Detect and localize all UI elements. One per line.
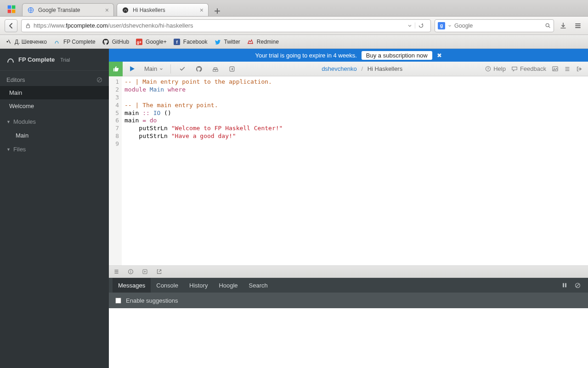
globe-icon xyxy=(27,6,34,14)
fp-icon xyxy=(53,38,61,46)
browser-toolbar: https://www.fpcomplete.com/user/dshevche… xyxy=(0,17,588,35)
breadcrumb: dshevchenko / Hi Haskellers xyxy=(242,65,482,72)
sidebar-section-label: Editors xyxy=(6,76,25,83)
svg-rect-27 xyxy=(565,283,566,288)
block-icon[interactable] xyxy=(571,282,584,288)
tab-console[interactable]: Console xyxy=(151,278,184,293)
svg-point-16 xyxy=(215,70,216,71)
dropdown-chevron-icon[interactable] xyxy=(448,24,452,28)
app-root: FP Complete Trial Editors Main Welcome xyxy=(0,49,588,368)
status-bar xyxy=(109,266,588,278)
bookmark-item[interactable]: FP Complete xyxy=(53,38,96,46)
bookmark-item[interactable]: Twitter xyxy=(214,38,240,46)
sidebar-brand: FP Complete Trial xyxy=(0,49,109,71)
block-icon[interactable] xyxy=(96,77,102,83)
bookmark-label: Twitter xyxy=(224,39,240,45)
caret-down-icon: ▼ xyxy=(6,120,11,124)
bookmark-label: Google+ xyxy=(146,39,167,45)
bookmark-label: Д. Шевченко xyxy=(15,39,47,45)
bookmark-label: Redmine xyxy=(257,39,279,45)
thumbs-up-button[interactable] xyxy=(109,62,123,76)
search-icon[interactable] xyxy=(545,23,551,29)
bookmark-item[interactable]: Redmine xyxy=(247,38,279,46)
bookmark-item[interactable]: GitHub xyxy=(102,38,129,46)
svg-rect-6 xyxy=(27,25,30,28)
enable-suggestions-checkbox[interactable] xyxy=(115,298,121,304)
breadcrumb-project: Hi Haskellers xyxy=(368,65,403,72)
menu-icon[interactable] xyxy=(113,269,119,275)
twitter-icon xyxy=(214,38,221,46)
help-label: Help xyxy=(493,65,506,72)
messages-panel-body xyxy=(109,308,588,368)
pause-icon[interactable] xyxy=(558,282,571,288)
menu-icon[interactable] xyxy=(564,66,571,72)
redmine-icon xyxy=(247,38,254,46)
googleplus-icon: g+ xyxy=(136,38,143,46)
close-icon[interactable]: × xyxy=(200,7,204,13)
tab-label: Console xyxy=(156,282,178,289)
downloads-icon[interactable] xyxy=(558,20,569,31)
code-editor[interactable]: 123456789 -- | Main entry point to the a… xyxy=(109,76,588,266)
tab-label: Hoogle xyxy=(219,282,237,289)
breadcrumb-user[interactable]: dshevchenko xyxy=(322,65,357,72)
line-number-gutter: 123456789 xyxy=(109,76,122,265)
bookmarks-bar: Д. Шевченко FP Complete GitHub g+ Google… xyxy=(0,35,588,49)
svg-point-7 xyxy=(546,23,549,27)
tab-messages[interactable]: Messages xyxy=(113,278,151,293)
close-icon[interactable]: × xyxy=(105,7,109,13)
run-target-dropdown[interactable]: Main xyxy=(141,65,166,72)
tab-search[interactable]: Search xyxy=(243,278,273,293)
play-square-icon[interactable] xyxy=(142,269,148,275)
svg-text:?: ? xyxy=(487,67,489,71)
bookmark-item[interactable]: g+ Google+ xyxy=(136,38,167,46)
search-box[interactable]: g xyxy=(435,19,554,32)
browser-tab-label: Google Translate xyxy=(38,7,102,13)
share-button[interactable] xyxy=(225,62,239,76)
bookmark-item[interactable]: Д. Шевченко xyxy=(5,38,47,46)
address-bar[interactable]: https://www.fpcomplete.com/user/dshevche… xyxy=(21,19,431,32)
sidebar-item-main[interactable]: Main xyxy=(0,86,109,99)
tab-hoogle[interactable]: Hoogle xyxy=(213,278,243,293)
enable-suggestions-label: Enable suggestions xyxy=(126,297,178,304)
run-button[interactable] xyxy=(125,62,139,76)
feedback-link[interactable]: Feedback xyxy=(511,65,546,72)
back-button[interactable] xyxy=(5,19,17,32)
sidebar-modules-group[interactable]: ▼ Modules xyxy=(0,115,109,129)
search-input[interactable] xyxy=(454,23,542,29)
tab-history[interactable]: History xyxy=(184,278,213,293)
bookmark-item[interactable]: f Facebook xyxy=(173,38,208,46)
check-button[interactable] xyxy=(175,62,189,76)
browser-tab[interactable]: Google Translate × xyxy=(22,3,114,16)
bookmark-label: Facebook xyxy=(183,39,208,45)
sidebar-item-label: Main xyxy=(9,89,22,96)
brand-name: FP Complete xyxy=(18,56,55,63)
sidebar-item-welcome[interactable]: Welcome xyxy=(0,99,109,113)
fp-favicon-icon xyxy=(122,6,129,14)
menu-icon[interactable] xyxy=(572,20,583,31)
info-icon[interactable] xyxy=(128,269,134,275)
svg-point-8 xyxy=(6,41,8,42)
github-push-button[interactable] xyxy=(192,62,206,76)
code-area[interactable]: -- | Main entry point to the application… xyxy=(122,76,588,265)
sidebar-editors-header: Editors xyxy=(0,76,109,86)
svg-point-23 xyxy=(130,270,131,271)
reload-button[interactable] xyxy=(415,23,427,29)
tab-label: Messages xyxy=(118,282,145,289)
browser-tab-active[interactable]: Hi Haskellers × xyxy=(117,3,209,16)
tab-label: History xyxy=(189,282,208,289)
suggestions-row: Enable suggestions xyxy=(109,293,588,308)
buy-subscription-button[interactable]: Buy a subscription now xyxy=(362,51,432,60)
logout-icon[interactable] xyxy=(576,66,582,72)
svg-rect-26 xyxy=(563,283,564,288)
sidebar-files-group[interactable]: ▼ Files xyxy=(0,142,109,156)
popout-icon[interactable] xyxy=(156,269,162,275)
close-icon[interactable]: ✖ xyxy=(437,52,442,59)
sidebar-module-main[interactable]: Main xyxy=(0,129,109,142)
image-icon[interactable] xyxy=(552,65,559,72)
help-link[interactable]: ? Help xyxy=(485,65,506,72)
app-launcher-icon[interactable] xyxy=(3,2,20,16)
trial-banner: Your trial is going to expire in 4 weeks… xyxy=(109,49,588,62)
dropdown-chevron-icon[interactable] xyxy=(407,23,412,28)
deploy-button[interactable] xyxy=(209,62,222,76)
new-tab-button[interactable] xyxy=(211,6,223,16)
